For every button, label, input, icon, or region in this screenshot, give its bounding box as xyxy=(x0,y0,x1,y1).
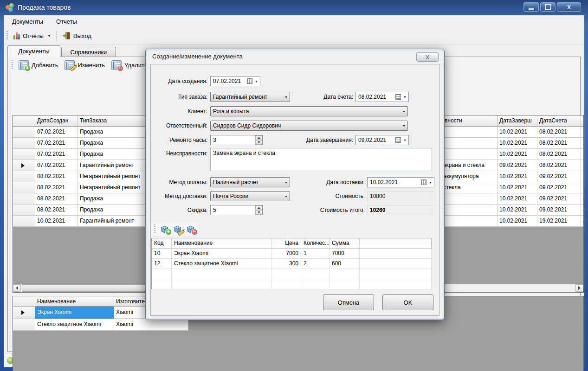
table-row[interactable]: Стекло защитное Xiaomi Xiaomi xyxy=(13,319,583,331)
calendar-icon xyxy=(395,137,401,143)
chevron-down-icon[interactable]: ▼ xyxy=(401,96,408,99)
repair-hours-stepper[interactable]: 3 xyxy=(210,135,263,145)
toolbar-separator xyxy=(56,31,57,41)
responsible-label: Ответственный: xyxy=(149,122,207,129)
chevron-down-icon[interactable]: ▼ xyxy=(401,139,408,142)
close-icon: X xyxy=(567,4,571,11)
order-type-label: Тип заказа: xyxy=(149,94,207,100)
add-button-label: Добавить xyxy=(32,62,58,69)
header-sum[interactable]: Сумма xyxy=(330,238,360,249)
minimize-icon xyxy=(529,8,534,10)
faults-textarea[interactable]: Замена экрана и стекла xyxy=(210,148,432,171)
calendar-icon xyxy=(247,78,252,84)
client-select[interactable]: Рога и копыта ▼ xyxy=(210,106,408,116)
app-icon xyxy=(6,3,15,13)
chevron-down-icon: ▼ xyxy=(401,110,407,113)
header-finished[interactable]: ДатаЗаверш xyxy=(498,115,537,127)
header-rowselector xyxy=(13,115,35,127)
door-icon xyxy=(62,32,71,40)
edit-button[interactable]: Изменить xyxy=(61,58,108,71)
delete-button[interactable]: – Удалить xyxy=(108,58,151,71)
header-partial xyxy=(581,115,584,127)
payment-method-label: Метод оплаты: xyxy=(149,179,207,186)
toolbar-grip xyxy=(6,31,8,40)
bar-chart-icon xyxy=(13,32,20,39)
invoice-date-field[interactable]: 08.02.2021 ▼ xyxy=(355,92,409,102)
discount-label: Скидка: xyxy=(149,207,207,213)
chevron-down-icon[interactable]: ▼ xyxy=(427,181,434,184)
header-name[interactable]: Наименование xyxy=(35,296,114,307)
chevron-down-icon: ▼ xyxy=(401,124,407,128)
grid-toolbar-grip xyxy=(12,60,13,70)
table-row[interactable]: 12 Стекло защитное Xiaomi 300 2 600 xyxy=(152,259,432,269)
date-created-field[interactable]: 07.02.2021 ▼ xyxy=(210,76,260,86)
header-created[interactable]: ДатаСоздан xyxy=(35,115,78,127)
table-row-empty xyxy=(152,269,432,279)
stepper-buttons xyxy=(255,135,262,145)
payment-method-select[interactable]: Наличный расчет ▼ xyxy=(210,177,290,187)
stepper-up-icon[interactable] xyxy=(255,135,262,140)
cost-total-field: 10260 xyxy=(367,205,434,215)
header-price[interactable]: Цена xyxy=(271,238,301,249)
order-type-select[interactable]: Гарантийный ремонт ▼ xyxy=(210,92,290,102)
notebook-delete-icon: – xyxy=(111,60,122,70)
reports-button[interactable]: Отчеты ▼ xyxy=(10,29,54,42)
item-add-button[interactable]: + xyxy=(158,223,171,235)
maximize-button[interactable] xyxy=(540,2,556,12)
stepper-down-icon[interactable] xyxy=(255,140,262,145)
notebook-add-icon: + xyxy=(19,60,29,70)
exit-button-label: Выход xyxy=(73,32,91,39)
dialog-items-table[interactable]: Код Наименование Цена Количес... Сумма 1… xyxy=(151,238,432,289)
header-invoice[interactable]: ДатаСчета xyxy=(537,115,581,127)
stepper-up-icon[interactable] xyxy=(255,205,262,210)
maximize-icon xyxy=(545,4,551,10)
cancel-button[interactable]: Отмена xyxy=(323,294,374,310)
menu-reports[interactable]: Отчеты xyxy=(56,18,77,25)
minimize-button[interactable] xyxy=(523,2,539,12)
client-label: Клиент: xyxy=(149,108,207,115)
cost-label: Стоимость: xyxy=(300,193,365,199)
chevron-down-icon[interactable]: ▼ xyxy=(253,80,260,83)
completion-date-label: Дата завершения: xyxy=(288,137,353,143)
edit-button-label: Изменить xyxy=(78,62,105,69)
completion-date-field[interactable]: 09.02.2021 ▼ xyxy=(355,135,409,145)
delivery-method-label: Метод доставки: xyxy=(149,193,207,199)
document-dialog: Создание/изменение документа X Дата созд… xyxy=(145,49,445,320)
header-code[interactable]: Код xyxy=(152,238,172,249)
header-qty[interactable]: Количес... xyxy=(301,238,330,249)
header-rowselector xyxy=(13,296,35,307)
header-name[interactable]: Наименование xyxy=(172,238,271,249)
close-icon: X xyxy=(426,54,430,61)
date-created-label: Дата создания: xyxy=(149,78,207,84)
cost-total-label: Стоимость итого: xyxy=(300,207,365,213)
stepper-buttons xyxy=(255,205,262,215)
add-button[interactable]: + Добавить xyxy=(15,58,61,71)
dialog-close-button[interactable]: X xyxy=(416,52,439,62)
tab-documents[interactable]: Документы xyxy=(7,45,60,58)
table-row[interactable]: 10 Экран Xiaomi 7000 1 7000 xyxy=(152,249,432,259)
items-table-header: Код Наименование Цена Количес... Сумма xyxy=(152,238,432,249)
delivery-date-field[interactable]: 10.02.2021 ▼ xyxy=(367,177,434,187)
item-delete-button[interactable]: – xyxy=(184,223,197,235)
current-row-icon xyxy=(21,163,25,168)
tab-references[interactable]: Справочники xyxy=(61,47,116,58)
menu-documents[interactable]: Документы xyxy=(12,18,43,25)
repair-hours-label: Ремонто часы: xyxy=(149,137,207,143)
grid-toolbar: + Добавить Изменить – Удалить xyxy=(9,58,151,72)
delivery-method-select[interactable]: Почта России ▼ xyxy=(210,191,290,201)
header-ordertype[interactable]: ТипЗаказа xyxy=(78,115,152,127)
discount-stepper[interactable]: 5 xyxy=(210,205,263,215)
exit-button[interactable]: Выход xyxy=(59,29,95,42)
titlebar[interactable]: Продажа товаров X xyxy=(0,0,588,15)
ok-button[interactable]: OK xyxy=(382,294,433,310)
item-edit-button[interactable] xyxy=(171,223,184,235)
table-row-empty xyxy=(152,279,432,289)
scroll-left-icon[interactable] xyxy=(13,284,21,292)
window-controls: X xyxy=(523,2,581,12)
faults-label: Неисправности: xyxy=(149,150,207,157)
close-button[interactable]: X xyxy=(557,2,581,12)
stepper-down-icon[interactable] xyxy=(255,210,262,215)
scroll-right-icon[interactable] xyxy=(575,284,583,292)
responsible-select[interactable]: Сидоров Сидр Сидорович ▼ xyxy=(210,121,408,131)
menubar: Документы Отчеты xyxy=(4,15,588,27)
